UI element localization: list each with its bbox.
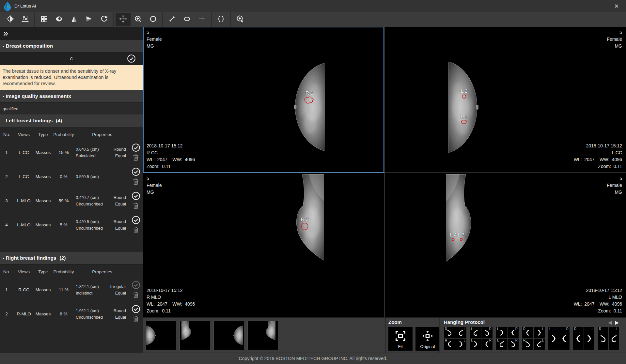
protocol-cell: R — [508, 327, 519, 338]
laterality-label: R — [599, 327, 601, 331]
finding-shape: Round — [114, 219, 126, 224]
findings-count: (4) — [56, 118, 62, 124]
viewport-r-mlo[interactable]: 5 Female MG2018-10-17 15:12 R MLO WL: 20… — [143, 173, 384, 317]
thumb-l-mlo[interactable] — [247, 321, 278, 350]
delete-trash-icon[interactable] — [132, 154, 139, 161]
mammogram-image — [294, 62, 325, 152]
left-finding-row-3[interactable]: 3L-MLOMasses59 %0.4*0.7 (cm)RoundCircums… — [0, 189, 143, 213]
finding-type: Masses — [35, 311, 52, 316]
next-arrow-icon[interactable]: ▶ — [615, 320, 622, 325]
annotation-l2[interactable]: L 2 — [461, 88, 467, 99]
measure-tool-button[interactable] — [164, 13, 180, 26]
section-header-image-quality[interactable]: - Image quality assessmentx — [0, 90, 143, 103]
pan-tool-button[interactable] — [116, 13, 131, 26]
sidebar-collapse-button[interactable]: » — [0, 27, 143, 40]
section-header-left-findings[interactable]: - Left breast findings (4) — [0, 114, 143, 127]
delete-trash-icon[interactable] — [132, 202, 139, 210]
delete-trash-icon[interactable] — [132, 178, 139, 186]
thumb-r-mlo[interactable] — [180, 321, 210, 350]
delete-trash-icon[interactable] — [132, 291, 139, 299]
confirm-check-icon[interactable] — [132, 305, 140, 313]
crosshair-icon — [198, 15, 206, 24]
protocol-cell: R — [508, 339, 519, 350]
right-finding-row-2[interactable]: 2R-MLOMasses8 %1.9*2.1 (cm)RoundCircumsc… — [0, 302, 143, 326]
hanging-protocol-1[interactable]: RLRL — [444, 327, 466, 350]
annotation-l3[interactable]: L 3 — [458, 232, 464, 241]
finding-size: 1.8*2.1 (cm) — [76, 284, 99, 289]
right-finding-row-1[interactable]: 1R-CCMasses11 %1.8*2.1 (cm)IrregularIndi… — [0, 278, 143, 302]
finding-type: Masses — [35, 222, 52, 227]
delete-trash-icon[interactable] — [132, 315, 139, 323]
viewport-info-top: 5 Female MG — [607, 175, 622, 196]
left-finding-row-1[interactable]: 1L-CCMasses15 %0.6*0.5 (cm)RoundSpiculat… — [0, 140, 143, 164]
fit-button[interactable]: Fit — [388, 327, 413, 351]
laterality-label: L — [497, 339, 499, 342]
window-level-icon — [21, 15, 29, 24]
app-logo-icon — [3, 1, 12, 11]
left-finding-row-4[interactable]: 4L-MLOMasses5 %0.4*0.5 (cm)RoundCircumsc… — [0, 213, 143, 237]
section-header-right-findings[interactable]: - Right breast findings (2) — [0, 252, 143, 265]
protocol-cell: R — [522, 339, 533, 350]
viewport-r-cc[interactable]: 5 Female MG2018-10-17 15:12 R CC WL: 204… — [143, 27, 384, 173]
confirm-check-icon[interactable] — [132, 281, 140, 289]
confirm-check-icon[interactable] — [132, 143, 140, 152]
fit-icon — [395, 330, 406, 341]
breast-composition-value-row[interactable]: C — [0, 53, 143, 65]
finding-no: 3 — [0, 198, 13, 203]
laterality-label: R — [445, 339, 447, 342]
protocol-cell: L — [470, 339, 481, 350]
annotation-l1[interactable]: L 1 — [461, 114, 468, 125]
thumb-r-cc[interactable] — [146, 321, 176, 350]
annotation-l4[interactable]: L 4 — [450, 232, 456, 241]
mammogram-image — [264, 321, 275, 343]
thumb-l-cc[interactable] — [213, 321, 244, 350]
toolbar-separator — [162, 12, 163, 27]
magnify-tool-button[interactable] — [146, 13, 161, 26]
eye-tool-button[interactable] — [52, 13, 67, 26]
left-finding-row-2[interactable]: 2L-CCMasses0 %0.5*0.5 (cm) — [0, 164, 143, 189]
hanging-protocol-2[interactable]: LRLR — [470, 327, 493, 350]
contrast-tool-button[interactable] — [3, 13, 18, 26]
prev-arrow-icon[interactable]: ◀ — [608, 320, 615, 325]
hanging-protocol-4[interactable]: RLRL — [522, 327, 545, 350]
hanging-protocol-6[interactable]: RL — [573, 327, 594, 350]
viewport-l-mlo[interactable]: 5 Female MG2018-10-17 15:12 L MLO WL: 20… — [384, 173, 626, 317]
section-header-breast-composition[interactable]: - Breast composition — [0, 40, 143, 53]
confirm-check-icon[interactable] — [132, 216, 140, 224]
original-button[interactable]: Original — [415, 327, 440, 351]
crosshair-tool-button[interactable] — [195, 13, 210, 26]
zoom-in-tool-button[interactable] — [131, 13, 146, 26]
check-circle-icon[interactable] — [127, 54, 136, 63]
layout-grid-icon — [40, 15, 48, 24]
laterality-label: L — [591, 327, 593, 331]
mammogram-image — [233, 325, 243, 345]
finding-type: Masses — [35, 198, 52, 203]
laterality-label: L — [463, 339, 465, 342]
protocol-cell: L — [470, 327, 481, 338]
pan-icon — [119, 15, 127, 24]
annotation-label: L 2 — [461, 88, 467, 94]
annotation-r2[interactable]: R 2 — [300, 216, 309, 231]
rotate-3d-tool-button[interactable] — [213, 13, 228, 26]
panel-divider — [439, 318, 440, 353]
viewport-l-cc[interactable]: 5 Female MG2018-10-17 15:12 L CC WL: 204… — [384, 27, 626, 173]
hanging-protocol-7[interactable]: RL — [598, 327, 619, 350]
delete-trash-icon[interactable] — [132, 226, 139, 234]
hanging-protocol-3[interactable]: LRLR — [496, 327, 519, 350]
annotation-r1[interactable]: R 1 — [304, 90, 315, 105]
close-button[interactable]: × — [607, 0, 626, 12]
paren-close-glyph-icon — [472, 341, 479, 348]
column-header: Views — [13, 269, 35, 274]
findings-count: (2) — [59, 255, 66, 261]
confirm-check-icon[interactable] — [132, 191, 140, 200]
region-zoom-tool-button[interactable] — [232, 13, 247, 26]
rotate-cw-tool-button[interactable] — [97, 13, 112, 26]
finding-views: L-CC — [13, 174, 35, 179]
confirm-check-icon[interactable] — [132, 167, 140, 176]
flip-horizontal-tool-button[interactable] — [82, 13, 97, 26]
ellipse-tool-button[interactable] — [180, 13, 195, 26]
layout-grid-tool-button[interactable] — [37, 13, 52, 26]
flip-vertical-tool-button[interactable] — [67, 13, 82, 26]
hanging-protocol-5[interactable]: LR — [548, 327, 570, 350]
window-level-tool-button[interactable] — [18, 13, 33, 26]
